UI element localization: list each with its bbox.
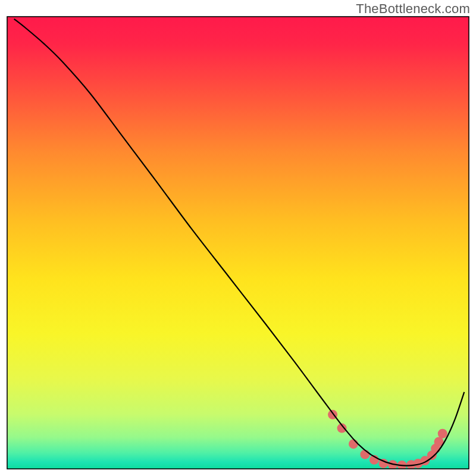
chart-background — [7, 17, 469, 469]
watermark-text: TheBottleneck.com — [356, 1, 470, 17]
valley-marker — [349, 439, 358, 449]
bottleneck-chart — [0, 0, 476, 476]
chart-container: TheBottleneck.com — [0, 0, 476, 476]
valley-marker — [360, 450, 369, 459]
valley-marker — [438, 429, 447, 439]
